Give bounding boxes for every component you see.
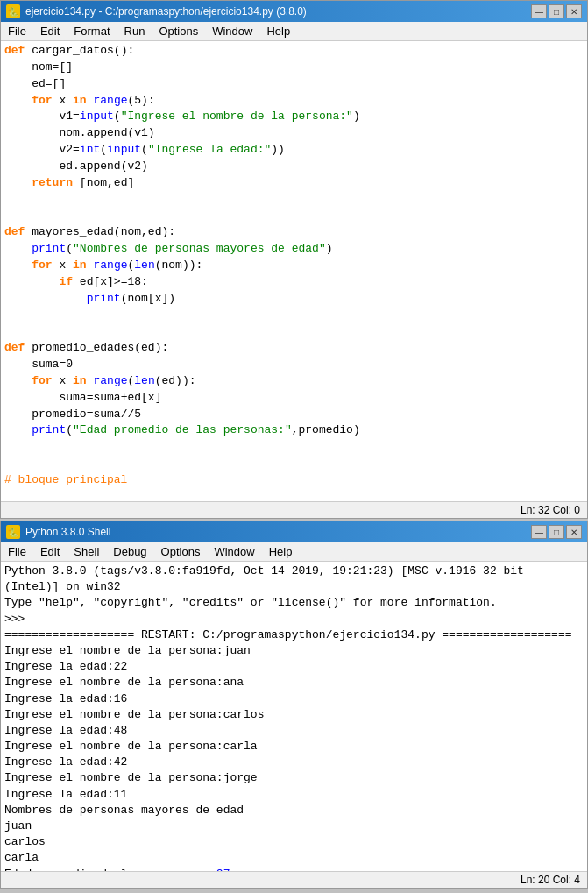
shell-out-1: Ingrese el nombre de la persona:juan xyxy=(4,643,584,659)
shell-maximize-btn[interactable]: □ xyxy=(549,525,564,539)
menu-run[interactable]: Run xyxy=(117,22,152,40)
editor-minimize-btn[interactable]: — xyxy=(531,4,547,18)
shell-menu-options[interactable]: Options xyxy=(154,542,208,561)
shell-prompt-1: >>> xyxy=(4,612,584,627)
shell-titlebar: 🐍 Python 3.8.0 Shell — □ ✕ xyxy=(1,521,587,542)
shell-close-btn[interactable]: ✕ xyxy=(566,525,582,539)
shell-status-text: Ln: 20 Col: 4 xyxy=(521,874,580,886)
editor-title-text: ejercicio134.py - C:/programaspython/eje… xyxy=(25,5,307,18)
shell-menubar: File Edit Shell Debug Options Window Hel… xyxy=(1,542,587,562)
shell-restart-line: =================== RESTART: C:/programa… xyxy=(4,627,584,643)
shell-out-4: Ingrese la edad:16 xyxy=(4,691,584,707)
editor-app-icon: 🐍 xyxy=(6,4,20,18)
shell-out-14: carla xyxy=(4,850,584,866)
editor-statusbar: Ln: 32 Col: 0 xyxy=(1,501,587,518)
editor-close-btn[interactable]: ✕ xyxy=(566,4,582,18)
editor-title-left: 🐍 ejercicio134.py - C:/programaspython/e… xyxy=(6,4,307,18)
shell-out-2: Ingrese la edad:22 xyxy=(4,659,584,675)
shell-app-icon: 🐍 xyxy=(6,525,20,539)
shell-title-left: 🐍 Python 3.8.0 Shell xyxy=(6,525,110,539)
shell-out-6: Ingrese la edad:48 xyxy=(4,723,584,739)
shell-window: 🐍 Python 3.8.0 Shell — □ ✕ File Edit She… xyxy=(0,521,588,889)
shell-out-8: Ingrese la edad:42 xyxy=(4,755,584,770)
menu-format[interactable]: Format xyxy=(67,22,117,40)
menu-options[interactable]: Options xyxy=(152,22,205,40)
shell-startup-line: Python 3.8.0 (tags/v3.8.0:fa919fd, Oct 1… xyxy=(4,563,584,595)
shell-menu-file[interactable]: File xyxy=(1,542,33,561)
editor-titlebar: 🐍 ejercicio134.py - C:/programaspython/e… xyxy=(1,1,587,22)
shell-out-13: carlos xyxy=(4,834,584,850)
menu-help[interactable]: Help xyxy=(259,22,297,40)
menu-file[interactable]: File xyxy=(1,22,33,40)
shell-out-3: Ingrese el nombre de la persona:ana xyxy=(4,675,584,691)
shell-out-5: Ingrese el nombre de la persona:carlos xyxy=(4,707,584,723)
editor-status-text: Ln: 32 Col: 0 xyxy=(521,504,580,516)
shell-menu-edit[interactable]: Edit xyxy=(33,542,67,561)
editor-menubar: File Edit Format Run Options Window Help xyxy=(1,22,587,41)
shell-minimize-btn[interactable]: — xyxy=(531,525,547,539)
shell-out-12: juan xyxy=(4,819,584,834)
shell-menu-shell[interactable]: Shell xyxy=(67,542,106,561)
shell-menu-window[interactable]: Window xyxy=(207,542,261,561)
shell-controls: — □ ✕ xyxy=(531,525,582,539)
editor-window: 🐍 ejercicio134.py - C:/programaspython/e… xyxy=(0,0,588,519)
editor-maximize-btn[interactable]: □ xyxy=(549,4,564,18)
shell-out-9: Ingrese el nombre de la persona:jorge xyxy=(4,770,584,786)
shell-statusbar: Ln: 20 Col: 4 xyxy=(1,871,587,888)
shell-out-10: Ingrese la edad:11 xyxy=(4,787,584,803)
shell-info-line: Type "help", "copyright", "credits" or "… xyxy=(4,595,584,611)
code-content: def cargar_datos(): nom=[] ed=[] for x i… xyxy=(4,43,584,501)
editor-controls: — □ ✕ xyxy=(531,4,582,18)
shell-title-text: Python 3.8.0 Shell xyxy=(25,526,110,538)
shell-menu-help[interactable]: Help xyxy=(262,542,300,561)
menu-edit[interactable]: Edit xyxy=(33,22,67,40)
menu-window[interactable]: Window xyxy=(205,22,259,40)
shell-out-7: Ingrese el nombre de la persona:carla xyxy=(4,739,584,755)
shell-menu-debug[interactable]: Debug xyxy=(106,542,153,561)
editor-code-area[interactable]: def cargar_datos(): nom=[] ed=[] for x i… xyxy=(1,41,587,501)
shell-output-area[interactable]: Python 3.8.0 (tags/v3.8.0:fa919fd, Oct 1… xyxy=(1,562,587,871)
shell-out-11: Nombres de personas mayores de edad xyxy=(4,803,584,819)
